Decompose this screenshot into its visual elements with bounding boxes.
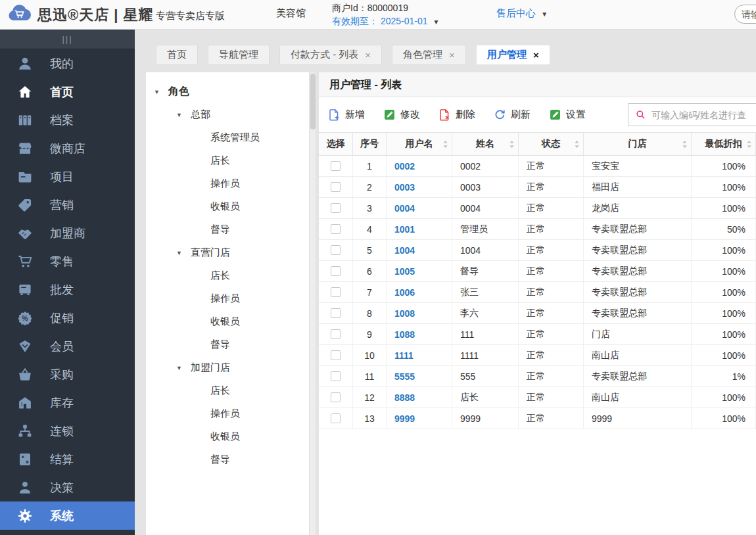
close-icon[interactable]: × [449, 50, 455, 60]
tree-node[interactable]: ▼总部 [146, 103, 309, 126]
sidebar-item-micro-store[interactable]: 微商店 [0, 134, 135, 162]
sidebar-item-retail[interactable]: 零售 [0, 247, 135, 275]
table-row[interactable]: 115555555正常专卖联盟总部1% [319, 366, 756, 387]
username-link[interactable]: 0003 [394, 182, 415, 193]
tree-expand-icon[interactable]: ▼ [176, 112, 191, 118]
close-icon[interactable]: × [365, 50, 371, 60]
sidebar-item-marketing[interactable]: 营销 [0, 191, 135, 219]
tree-expand-icon[interactable]: ▼ [176, 250, 191, 256]
row-checkbox[interactable] [331, 350, 341, 360]
sort-icon[interactable] [682, 140, 688, 149]
table-row[interactable]: 1011111111正常南山店100% [319, 345, 756, 366]
username-link[interactable]: 9999 [394, 413, 415, 424]
username-link[interactable]: 5555 [394, 371, 415, 382]
sidebar-item-members[interactable]: 会员 [0, 332, 135, 360]
settings-button[interactable]: 设置 [549, 108, 586, 121]
column-header-status[interactable]: 状态 [519, 133, 584, 155]
row-checkbox[interactable] [331, 329, 341, 339]
table-row[interactable]: 1399999999正常9999100% [319, 408, 756, 429]
table-row[interactable]: 71006张三正常专卖联盟总部100% [319, 282, 756, 303]
username-link[interactable]: 1006 [394, 287, 415, 298]
tree-node[interactable]: 收银员 [146, 310, 309, 333]
username-link[interactable]: 1005 [394, 266, 415, 277]
row-checkbox[interactable] [331, 392, 341, 402]
tree-node[interactable]: 店长 [146, 379, 309, 402]
add-button[interactable]: 新增 [328, 108, 365, 121]
table-row[interactable]: 200030003正常福田店100% [319, 177, 756, 198]
sort-icon[interactable] [442, 140, 448, 149]
sort-icon[interactable] [746, 140, 752, 149]
table-row[interactable]: 128888店长正常南山店100% [319, 387, 756, 408]
tree-node[interactable]: 督导 [146, 218, 309, 241]
top-search-input[interactable] [734, 5, 756, 24]
row-checkbox[interactable] [331, 287, 341, 297]
modify-button[interactable]: 修改 [383, 108, 420, 121]
row-checkbox[interactable] [331, 308, 341, 318]
sidebar-item-mine[interactable]: 我的 [0, 49, 135, 78]
tab-2[interactable]: 导航管理 [208, 45, 270, 65]
row-checkbox[interactable] [331, 245, 341, 255]
tree-expand-icon[interactable]: ▼ [154, 89, 168, 95]
column-header-discount[interactable]: 最低折扣 [692, 133, 756, 155]
tree-expand-icon[interactable]: ▼ [176, 365, 191, 371]
row-checkbox[interactable] [331, 371, 341, 381]
tree-node[interactable]: 店长 [146, 149, 309, 172]
tree-scrollbar-thumb[interactable] [310, 74, 316, 129]
username-link[interactable]: 0004 [394, 203, 415, 214]
column-header-store[interactable]: 门店 [584, 133, 692, 155]
tab-3[interactable]: 付款方式 - 列表× [279, 45, 382, 65]
sidebar-item-archives[interactable]: 档案 [0, 106, 135, 134]
row-checkbox[interactable] [331, 266, 341, 276]
tree-node[interactable]: 收银员 [146, 425, 309, 448]
sidebar-item-wholesale[interactable]: 批发 [0, 275, 135, 304]
tree-node[interactable]: ▼直营门店 [146, 241, 309, 264]
row-checkbox[interactable] [331, 203, 341, 213]
after-sales-center-dropdown[interactable]: 售后中心 ▼ [496, 7, 548, 20]
tree-scrollbar[interactable] [309, 72, 316, 535]
tree-node[interactable]: 店长 [146, 264, 309, 287]
sidebar-item-settlement[interactable]: 结算 [0, 445, 135, 473]
refresh-button[interactable]: 刷新 [494, 108, 531, 121]
sidebar-collapse-handle[interactable]: ||| [0, 30, 135, 49]
column-header-username[interactable]: 用户名 [387, 133, 452, 155]
username-link[interactable]: 1111 [394, 350, 413, 361]
username-link[interactable]: 1088 [394, 329, 415, 340]
table-row[interactable]: 100020002正常宝安宝100% [319, 156, 756, 177]
tab-4[interactable]: 角色管理× [392, 45, 466, 65]
sort-icon[interactable] [509, 140, 515, 149]
sort-icon[interactable] [574, 140, 580, 149]
table-row[interactable]: 81008李六正常专卖联盟总部100% [319, 303, 756, 324]
username-link[interactable]: 0002 [394, 161, 415, 172]
table-row[interactable]: 41001管理员正常专卖联盟总部50% [319, 219, 756, 240]
table-row[interactable]: 61005督导正常专卖联盟总部100% [319, 261, 756, 282]
close-icon[interactable]: × [533, 50, 539, 60]
tree-node[interactable]: 督导 [146, 448, 309, 471]
table-search-input[interactable] [651, 110, 756, 120]
table-row[interactable]: 510041004正常专卖联盟总部100% [319, 240, 756, 261]
tree-node[interactable]: ▼加盟门店 [146, 356, 309, 379]
tab-5[interactable]: 用户管理× [476, 45, 550, 65]
row-checkbox[interactable] [331, 413, 341, 423]
username-link[interactable]: 8888 [394, 392, 415, 403]
tree-node[interactable]: 操作员 [146, 402, 309, 425]
sidebar-item-inventory[interactable]: 库存 [0, 388, 135, 417]
table-row[interactable]: 91088111正常门店100% [319, 324, 756, 345]
validity-dropdown[interactable]: 有效期至： 2025-01-01 ▼ [332, 14, 439, 29]
table-row[interactable]: 300040004正常龙岗店100% [319, 198, 756, 219]
tree-node[interactable]: ▼角色 [146, 80, 309, 103]
tree-node[interactable]: 督导 [146, 333, 309, 356]
sidebar-item-promotion[interactable]: %促销 [0, 304, 135, 332]
sidebar-item-home[interactable]: 首页 [0, 78, 135, 106]
row-checkbox[interactable] [331, 161, 341, 171]
sidebar-item-chain[interactable]: 连锁 [0, 417, 135, 445]
sidebar-item-decision[interactable]: 决策 [0, 473, 135, 501]
sidebar-item-projects[interactable]: 项目 [0, 162, 135, 191]
column-header-name[interactable]: 姓名 [452, 133, 519, 155]
username-link[interactable]: 1001 [394, 224, 415, 235]
username-link[interactable]: 1004 [394, 245, 415, 256]
delete-button[interactable]: 删除 [438, 108, 475, 121]
table-search-box[interactable] [628, 103, 756, 126]
username-link[interactable]: 1008 [394, 308, 415, 319]
tree-node[interactable]: 收银员 [146, 195, 309, 218]
row-checkbox[interactable] [331, 182, 341, 192]
